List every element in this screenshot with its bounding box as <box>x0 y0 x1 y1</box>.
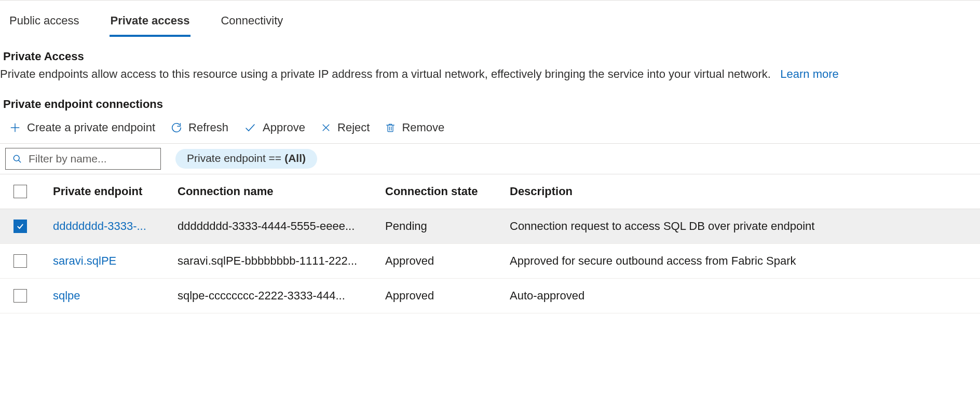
private-access-section: Private Access Private endpoints allow a… <box>0 37 980 313</box>
connection-name: dddddddd-3333-4444-5555-eeee... <box>178 220 385 233</box>
refresh-label: Refresh <box>188 121 228 134</box>
search-icon <box>12 154 22 164</box>
endpoint-link[interactable]: saravi.sqlPE <box>53 254 116 267</box>
private-access-description: Private endpoints allow access to this r… <box>0 66 980 82</box>
connection-name: sqlpe-cccccccc-2222-3333-444... <box>178 289 385 303</box>
private-endpoint-connections-heading: Private endpoint connections <box>3 98 980 111</box>
learn-more-link[interactable]: Learn more <box>780 67 839 80</box>
filter-by-name-input[interactable] <box>22 152 154 166</box>
plus-icon <box>9 122 21 133</box>
networking-page: Public access Private access Connectivit… <box>0 0 980 411</box>
table-row[interactable]: dddddddd-3333-... dddddddd-3333-4444-555… <box>0 209 980 244</box>
refresh-icon <box>171 122 182 133</box>
private-access-title: Private Access <box>3 50 980 63</box>
private-access-description-text: Private endpoints allow access to this r… <box>0 67 771 80</box>
reject-label: Reject <box>337 121 370 134</box>
check-icon <box>244 121 256 134</box>
approve-button[interactable]: Approve <box>243 119 306 136</box>
remove-button[interactable]: Remove <box>384 119 445 136</box>
approve-label: Approve <box>263 121 305 134</box>
col-header-endpoint[interactable]: Private endpoint <box>53 185 178 198</box>
filter-pill-private-endpoint[interactable]: Private endpoint == (All) <box>175 149 317 169</box>
filter-pill-value: (All) <box>284 152 306 165</box>
connection-state: Approved <box>385 289 510 303</box>
row-checkbox[interactable] <box>13 220 27 233</box>
tab-public-access[interactable]: Public access <box>8 9 80 37</box>
endpoint-link[interactable]: sqlpe <box>53 289 80 302</box>
connection-state: Pending <box>385 220 510 233</box>
grid-header-row: Private endpoint Connection name Connect… <box>0 174 980 209</box>
connection-description: Auto-approved <box>510 289 980 303</box>
connection-state: Approved <box>385 254 510 268</box>
connection-description: Approved for secure outbound access from… <box>510 254 980 268</box>
x-icon <box>321 122 331 133</box>
table-row[interactable]: saravi.sqlPE saravi.sqlPE-bbbbbbbb-1111-… <box>0 244 980 279</box>
col-header-connection[interactable]: Connection name <box>178 185 385 198</box>
tab-bar: Public access Private access Connectivit… <box>0 1 980 37</box>
tab-connectivity[interactable]: Connectivity <box>220 9 284 37</box>
filter-pill-label: Private endpoint == <box>187 152 281 165</box>
endpoint-grid: Private endpoint Connection name Connect… <box>0 174 980 313</box>
trash-icon <box>385 122 396 133</box>
row-checkbox[interactable] <box>13 254 27 268</box>
remove-label: Remove <box>402 121 444 134</box>
connection-description: Connection request to access SQL DB over… <box>510 220 980 233</box>
col-header-state[interactable]: Connection state <box>385 185 510 198</box>
filter-row: Private endpoint == (All) <box>0 144 980 174</box>
connection-name: saravi.sqlPE-bbbbbbbb-1111-222... <box>178 254 385 268</box>
reject-button[interactable]: Reject <box>320 119 371 136</box>
create-private-endpoint-button[interactable]: Create a private endpoint <box>8 119 156 136</box>
tab-private-access[interactable]: Private access <box>110 9 191 37</box>
col-header-description[interactable]: Description <box>510 185 980 198</box>
svg-line-7 <box>19 160 21 162</box>
refresh-button[interactable]: Refresh <box>170 119 229 136</box>
row-checkbox[interactable] <box>13 289 27 303</box>
endpoint-toolbar: Create a private endpoint Refresh Approv… <box>0 117 980 144</box>
table-row[interactable]: sqlpe sqlpe-cccccccc-2222-3333-444... Ap… <box>0 279 980 313</box>
endpoint-link[interactable]: dddddddd-3333-... <box>53 220 146 232</box>
create-label: Create a private endpoint <box>27 121 155 134</box>
select-all-checkbox[interactable] <box>13 185 27 198</box>
filter-by-name[interactable] <box>5 148 161 170</box>
